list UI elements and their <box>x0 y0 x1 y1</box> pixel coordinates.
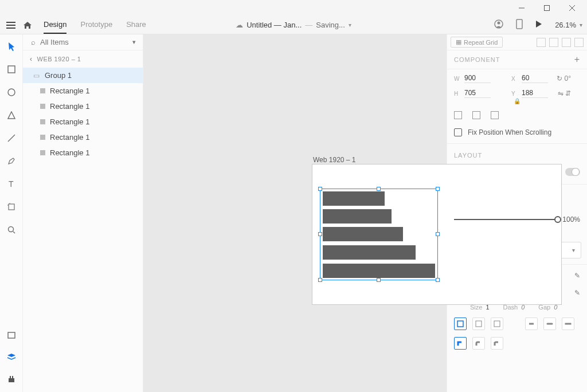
plugins-icon[interactable] <box>0 373 23 385</box>
artboard-tool[interactable] <box>0 201 23 213</box>
cap-butt[interactable] <box>525 317 538 330</box>
artboard-label[interactable]: Web 1920 – 1 <box>313 156 356 164</box>
lock-aspect-icon[interactable]: 🔒 <box>514 98 521 104</box>
stroke-align-center[interactable] <box>472 317 485 330</box>
close-button[interactable] <box>559 0 585 16</box>
layer-item[interactable]: Rectangle 1 <box>23 145 143 160</box>
line-tool[interactable] <box>0 132 23 144</box>
selection-bounds[interactable] <box>320 189 438 280</box>
pen-tool[interactable] <box>0 155 23 167</box>
shape-rectangle[interactable] <box>323 209 392 224</box>
resize-handle[interactable] <box>436 278 440 282</box>
chevron-down-icon: ▾ <box>349 22 351 28</box>
boolean-subtract[interactable] <box>549 38 558 47</box>
resize-handle[interactable] <box>318 278 322 282</box>
boolean-intersect[interactable] <box>562 38 571 47</box>
resize-handle[interactable] <box>436 232 440 236</box>
align-right-icon[interactable] <box>491 111 499 119</box>
join-miter[interactable] <box>454 337 467 350</box>
align-left-icon[interactable] <box>454 111 462 119</box>
resize-handle[interactable] <box>377 278 381 282</box>
y-input[interactable]: 188 <box>522 89 548 98</box>
svg-point-17 <box>8 227 13 232</box>
component-section: COMPONENT + <box>447 50 587 66</box>
responsive-toggle[interactable] <box>565 168 580 176</box>
layer-group[interactable]: ▭ Group 1 <box>23 68 143 83</box>
svg-point-11 <box>8 89 15 96</box>
maximize-button[interactable] <box>534 0 559 16</box>
cap-round[interactable] <box>543 317 556 330</box>
polygon-tool[interactable] <box>0 109 23 121</box>
layer-filter[interactable]: ⌕All Items ▾ <box>23 34 143 50</box>
layers-icon[interactable] <box>0 351 23 363</box>
x-input[interactable]: 60 <box>522 74 548 83</box>
doc-status: Saving... <box>316 21 345 29</box>
tab-design[interactable]: Design <box>44 16 66 34</box>
app-bar: Design Prototype Share ☁ Untitled — Jan.… <box>0 16 587 34</box>
home-icon[interactable] <box>18 21 37 29</box>
width-input[interactable]: 900 <box>464 74 491 83</box>
ellipse-tool[interactable] <box>0 86 23 99</box>
opacity-value: 100% <box>562 215 580 224</box>
folder-icon: ▭ <box>32 72 40 80</box>
assets-icon[interactable] <box>0 329 23 342</box>
fix-scroll-checkbox[interactable] <box>454 128 462 136</box>
resize-handle[interactable] <box>436 187 440 191</box>
opacity-slider[interactable] <box>454 219 558 220</box>
text-tool[interactable]: T <box>0 178 23 190</box>
layer-item[interactable]: Rectangle 1 <box>23 130 143 145</box>
stroke-align-outer[interactable] <box>491 317 503 330</box>
zoom-dropdown[interactable]: 26.1%▾ <box>555 21 582 29</box>
zoom-tool[interactable] <box>0 224 23 236</box>
transform-section: W 900 X 60 ↻ 0° H 705 Y 188 ⇋ ⇵ <box>447 72 587 100</box>
eyedropper-icon[interactable]: ✎ <box>574 289 580 297</box>
layer-item[interactable]: Rectangle 1 <box>23 99 143 114</box>
shape-rectangle[interactable] <box>323 191 385 206</box>
join-round[interactable] <box>472 337 485 350</box>
shape-rectangle[interactable] <box>323 245 416 260</box>
rectangle-icon <box>40 150 45 155</box>
layer-item[interactable]: Rectangle 1 <box>23 114 143 130</box>
profile-icon[interactable] <box>494 19 503 30</box>
shape-rectangle[interactable] <box>323 264 435 278</box>
shape-rectangle[interactable] <box>323 227 403 241</box>
window-titlebar <box>0 0 587 16</box>
resize-handle[interactable] <box>318 187 322 191</box>
repeat-grid-button[interactable]: ▦Repeat Grid <box>451 37 503 48</box>
stroke-align-inner[interactable] <box>454 317 467 330</box>
rectangle-tool[interactable] <box>0 63 23 76</box>
tab-prototype[interactable]: Prototype <box>80 16 112 34</box>
boolean-exclude[interactable] <box>574 38 584 47</box>
device-preview-icon[interactable] <box>516 19 523 31</box>
boolean-add[interactable] <box>537 38 546 47</box>
join-bevel[interactable] <box>491 337 503 350</box>
eyedropper-icon[interactable]: ✎ <box>574 272 580 280</box>
minimize-button[interactable] <box>509 0 534 16</box>
hamburger-icon[interactable] <box>3 22 18 29</box>
layer-item[interactable]: Rectangle 1 <box>23 83 143 99</box>
height-input[interactable]: 705 <box>464 89 491 98</box>
resize-handle[interactable] <box>377 187 381 191</box>
search-icon: ⌕ <box>31 38 36 46</box>
rotate-icon[interactable]: ↻ 0° <box>551 75 571 83</box>
boolean-ops <box>537 38 584 47</box>
canvas[interactable]: Web 1920 – 1 <box>143 34 447 392</box>
add-component-icon[interactable]: + <box>574 56 580 63</box>
play-icon[interactable] <box>535 20 542 30</box>
svg-rect-23 <box>457 321 463 327</box>
doc-name: Untitled — Jan... <box>246 21 302 29</box>
align-center-icon[interactable] <box>472 111 480 119</box>
tab-share[interactable]: Share <box>126 16 146 34</box>
chevron-left-icon: ‹ <box>30 55 33 63</box>
svg-rect-14 <box>9 204 14 210</box>
svg-line-18 <box>13 232 15 233</box>
document-title[interactable]: ☁ Untitled — Jan... — Saving... ▾ <box>236 21 351 29</box>
resize-handle[interactable] <box>318 232 322 236</box>
breadcrumb[interactable]: ‹ WEB 1920 – 1 <box>23 50 143 68</box>
select-tool[interactable] <box>0 40 23 53</box>
svg-line-12 <box>8 135 15 142</box>
layers-panel: ⌕All Items ▾ ‹ WEB 1920 – 1 ▭ Group 1 Re… <box>23 34 143 392</box>
flip-icons[interactable]: ⇋ ⇵ <box>551 89 571 97</box>
cap-projecting[interactable] <box>562 317 574 330</box>
svg-rect-22 <box>12 376 13 378</box>
